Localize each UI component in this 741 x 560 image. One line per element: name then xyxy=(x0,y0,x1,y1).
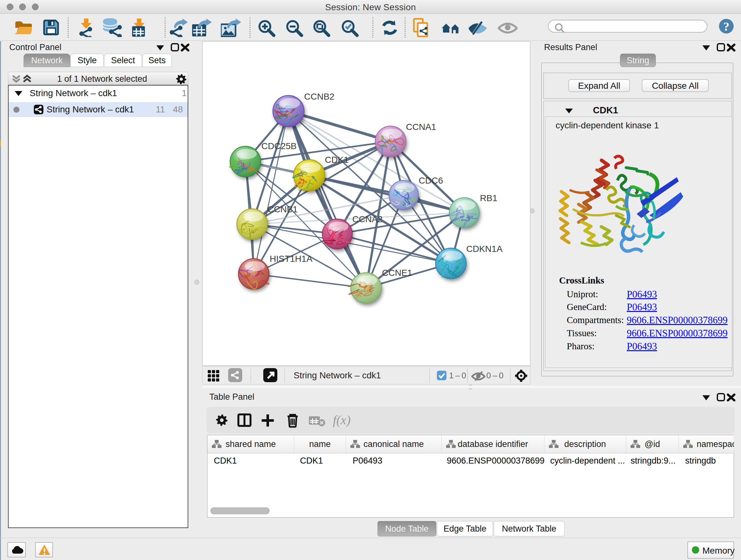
svg-text:CCNB1: CCNB1 xyxy=(267,204,298,214)
svg-text:HIST1H1A: HIST1H1A xyxy=(270,254,313,264)
svg-text:CDKN1A: CDKN1A xyxy=(466,244,502,254)
svg-text:CDC6: CDC6 xyxy=(419,176,443,186)
svg-text:CCNA2: CCNA2 xyxy=(352,214,383,224)
svg-text:RB1: RB1 xyxy=(480,193,497,203)
svg-text:CDC25B: CDC25B xyxy=(261,141,296,151)
svg-text:?: ? xyxy=(724,20,730,33)
svg-text:CCNE1: CCNE1 xyxy=(382,268,412,278)
svg-text:CCNA1: CCNA1 xyxy=(406,122,436,132)
svg-text:CCNB2: CCNB2 xyxy=(304,91,334,102)
svg-text:CDK1: CDK1 xyxy=(325,155,349,165)
